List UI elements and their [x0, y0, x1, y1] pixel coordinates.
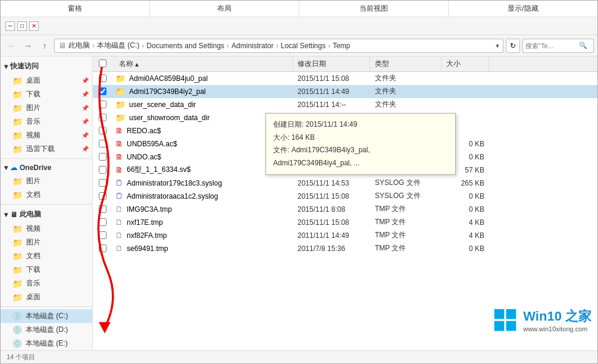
sidebar-item-label: 本地磁盘 (C:)	[26, 311, 68, 321]
sidebar-item-downloads-pc[interactable]: 📁 下载	[1, 263, 92, 277]
col-name-sort-icon: ▴	[135, 60, 139, 68]
sidebar-item-downloads-quick[interactable]: 📁 下载 📌	[1, 87, 92, 101]
sidebar-section-onedrive[interactable]: ▾ ☁ OneDrive	[1, 161, 92, 174]
col-date-label: 修改日期	[298, 59, 326, 69]
col-header-date[interactable]: 修改日期	[293, 57, 370, 71]
status-text: 14 个项目	[7, 353, 35, 362]
breadcrumb-this-pc[interactable]: 此电脑	[68, 40, 90, 51]
address-dropdown-icon[interactable]: ▾	[496, 42, 499, 50]
content-area: 名称 ▴ 修改日期 类型 大小 📁	[93, 57, 597, 350]
sidebar-item-label: 桌面	[26, 76, 40, 86]
row-type-11: TMP 文件	[370, 217, 442, 227]
row-name-0: 📁 Admi0AAC859B4ju0_pal	[114, 74, 293, 83]
table-row[interactable]: 📁 user_scene_data_dir 2015/11/1 14:-- 文件…	[93, 98, 597, 111]
sidebar-section-this-pc[interactable]: ▾ 🖥 此电脑	[1, 207, 92, 222]
breadcrumb-local-settings[interactable]: Local Settings	[281, 42, 325, 50]
table-row[interactable]: 🗋 IMG9C3A.tmp 2015/11/1 8:08 TMP 文件 0 KB	[93, 203, 597, 216]
sidebar-item-label: 图片	[26, 176, 40, 186]
pin-icon: 📌	[82, 105, 89, 111]
row-checkbox-9[interactable]	[93, 192, 114, 200]
sidebar-item-label: 图片	[26, 237, 40, 247]
tab-layout[interactable]: 布局	[150, 1, 299, 17]
row-size-9: 0 KB	[442, 192, 489, 200]
sidebar-item-drive-e[interactable]: 💿 本地磁盘 (E:)	[1, 337, 92, 350]
table-row[interactable]: 🗋 se69491.tmp 2011/7/8 15:36 TMP 文件 0 KB	[93, 242, 597, 255]
close-button[interactable]: ✕	[29, 21, 39, 31]
row-checkbox-8[interactable]	[93, 179, 114, 187]
autocad-icon: 🗎	[115, 165, 123, 174]
sidebar-item-desktop-pc[interactable]: 📁 桌面	[1, 290, 92, 304]
sidebar-item-desktop-quick[interactable]: 📁 桌面 📌	[1, 74, 92, 87]
row-checkbox-4[interactable]	[93, 127, 114, 134]
folder-icon: 📁	[12, 238, 23, 247]
sidebar-item-onedrive-docs[interactable]: 📁 文档	[1, 188, 92, 202]
table-row[interactable]: 🗋 nxf82FA.tmp 2011/11/1 14:49 TMP 文件 4 K…	[93, 229, 597, 242]
row-name-13: 🗋 se69491.tmp	[114, 244, 293, 253]
folder-icon: 📁	[12, 177, 23, 186]
file-name: Administrator179c18c3.syslog	[127, 179, 222, 187]
sidebar-item-music-quick[interactable]: 📁 音乐 📌	[1, 115, 92, 128]
column-headers: 名称 ▴ 修改日期 类型 大小	[93, 57, 597, 72]
tab-view[interactable]: 当前视图	[299, 1, 449, 17]
search-input[interactable]	[525, 42, 579, 49]
sidebar-item-videos-pc[interactable]: 📁 视频	[1, 222, 92, 236]
sidebar-item-pictures-quick[interactable]: 📁 图片 📌	[1, 101, 92, 115]
row-checkbox-13[interactable]	[93, 244, 114, 252]
file-name: REDO.ac$	[127, 127, 161, 135]
table-row[interactable]: 📁 Admi179C349B4iy2_pal 2015/11/1 14:49 文…	[93, 85, 597, 98]
select-all-checkbox[interactable]	[99, 59, 107, 67]
row-checkbox-11[interactable]	[93, 218, 114, 226]
folder-icon: 📁	[12, 131, 23, 140]
table-row[interactable]: 🗒 Administratoraaca1c2.syslog 2015/11/1 …	[93, 190, 597, 203]
row-checkbox-2[interactable]	[93, 101, 114, 108]
sidebar-item-drive-d[interactable]: 💿 本地磁盘 (D:)	[1, 323, 92, 337]
row-checkbox-0[interactable]	[93, 74, 114, 82]
refresh-button[interactable]: ↻	[506, 39, 520, 53]
sidebar-item-drive-c[interactable]: 💿 本地磁盘 (C:)	[1, 309, 92, 323]
minimize-button[interactable]: ─	[5, 21, 15, 31]
sidebar-section-quick-access[interactable]: ▾ 快速访问	[1, 59, 92, 74]
row-name-1: 📁 Admi179C349B4iy2_pal	[114, 87, 293, 96]
row-checkbox-1[interactable]	[93, 87, 114, 95]
table-row[interactable]: 🗒 Administrator179c18c3.syslog 2015/11/1…	[93, 177, 597, 190]
col-header-name[interactable]: 名称 ▴	[114, 57, 293, 71]
sidebar-item-pictures-pc[interactable]: 📁 图片	[1, 236, 92, 249]
sidebar-item-music-pc[interactable]: 📁 音乐	[1, 277, 92, 290]
folder-icon: 📁	[12, 90, 23, 99]
tab-pane[interactable]: 窗格	[1, 1, 150, 17]
sidebar-item-label: 迅雷下载	[26, 144, 55, 154]
maximize-button[interactable]: □	[17, 21, 27, 31]
row-checkbox-6[interactable]	[93, 153, 114, 161]
breadcrumb-sep-5: ›	[328, 42, 330, 50]
tab-show-hide[interactable]: 显示/隐藏	[449, 1, 597, 17]
sidebar-item-onedrive-pictures[interactable]: 📁 图片	[1, 174, 92, 188]
address-bar[interactable]: 🖥 此电脑 › 本地磁盘 (C:) › Documents and Settin…	[54, 39, 503, 53]
tooltip-files: 文件: Admi179C349B4iy3_pal, Admi179C349B4i…	[273, 144, 448, 170]
sidebar-item-videos-quick[interactable]: 📁 视频 📌	[1, 128, 92, 142]
sidebar-item-thunder-quick[interactable]: 📁 迅雷下载 📌	[1, 142, 92, 156]
search-box[interactable]: 🔍	[522, 39, 594, 53]
folder-icon: 📁	[115, 100, 126, 109]
sidebar-item-docs-pc[interactable]: 📁 文档	[1, 249, 92, 263]
forward-button[interactable]: →	[21, 39, 35, 53]
row-date-12: 2011/11/1 14:49	[293, 231, 370, 240]
table-row[interactable]: 📁 Admi0AAC859B4ju0_pal 2015/11/1 15:08 文…	[93, 72, 597, 85]
breadcrumb-local-c[interactable]: 本地磁盘 (C:)	[97, 40, 139, 51]
table-row[interactable]: 🗋 nxf17E.tmp 2015/11/1 15:08 TMP 文件 4 KB	[93, 216, 597, 229]
row-checkbox-12[interactable]	[93, 231, 114, 239]
col-header-size[interactable]: 大小	[442, 57, 489, 71]
breadcrumb-docs[interactable]: Documents and Settings	[146, 42, 224, 50]
breadcrumb-admin[interactable]: Administrator	[231, 42, 274, 50]
row-checkbox-5[interactable]	[93, 140, 114, 148]
tmp-icon: 🗋	[115, 205, 123, 214]
row-checkbox-10[interactable]	[93, 205, 114, 213]
up-button[interactable]: ↑	[37, 39, 52, 53]
back-button[interactable]: ←	[4, 39, 18, 53]
row-size-8: 265 KB	[442, 179, 489, 187]
row-checkbox-7[interactable]	[93, 166, 114, 174]
breadcrumb-temp[interactable]: Temp	[333, 42, 350, 50]
col-size-label: 大小	[446, 59, 461, 69]
row-checkbox-3[interactable]	[93, 114, 114, 121]
search-icon[interactable]: 🔍	[579, 42, 587, 49]
col-header-type[interactable]: 类型	[370, 57, 442, 71]
